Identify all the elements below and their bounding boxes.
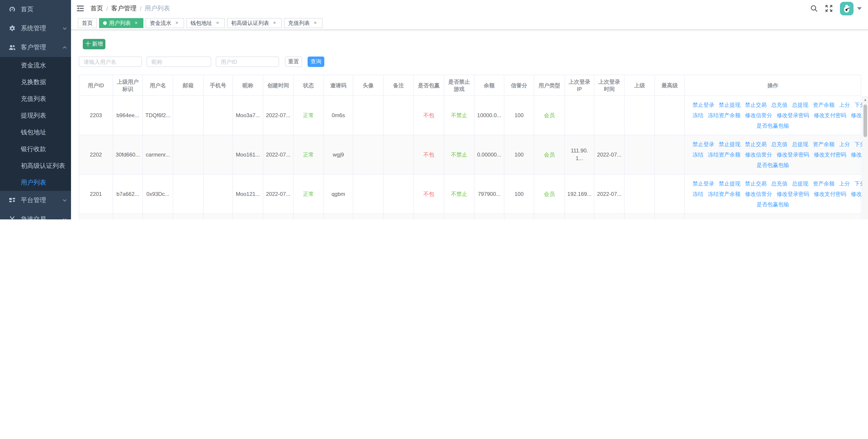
- action-link-edit-credit-score[interactable]: 修改信誉分: [745, 191, 772, 197]
- sidebar-item-platform-management[interactable]: 平台管理: [0, 191, 71, 210]
- reset-button[interactable]: 重置: [285, 57, 302, 67]
- user-avatar[interactable]: [840, 2, 854, 15]
- cell-status: 正常: [293, 135, 323, 175]
- tab-funds-flow[interactable]: 资金流水×: [146, 18, 184, 28]
- action-link-freeze[interactable]: 冻结: [692, 112, 703, 118]
- action-link-win-lose-setting[interactable]: 是否包赢包输: [756, 162, 789, 168]
- action-link-total-recharge[interactable]: 总充值: [771, 180, 787, 187]
- sidebar-item-funds-flow[interactable]: 资金流水: [0, 57, 71, 74]
- sidebar-item-kyc-list[interactable]: 初高级认证列表: [0, 157, 71, 174]
- breadcrumb-item-home[interactable]: 首页: [90, 4, 103, 12]
- action-link-freeze[interactable]: 冻结: [692, 151, 703, 158]
- sidebar-item-withdraw-list[interactable]: 提现列表: [0, 107, 71, 124]
- sidebar-item-bank-collection[interactable]: 银行收款: [0, 141, 71, 157]
- userid-input[interactable]: [216, 57, 279, 67]
- action-link-freeze-asset-balance[interactable]: 冻结资产余额: [708, 191, 740, 197]
- action-link-total-withdraw[interactable]: 总提现: [792, 101, 808, 108]
- action-link-freeze[interactable]: 冻结: [692, 191, 703, 197]
- action-link-ban-trade[interactable]: 禁止交易: [745, 101, 767, 108]
- username-input[interactable]: [79, 57, 142, 67]
- tab-home[interactable]: 首页: [78, 18, 97, 28]
- cell-parent-user-id: b7a662...: [113, 175, 143, 214]
- action-link-win-lose-setting[interactable]: 是否包赢包输: [756, 122, 789, 129]
- caret-down-icon[interactable]: [857, 7, 862, 10]
- action-link-total-recharge[interactable]: 总充值: [771, 141, 787, 147]
- cell-user-type: 会员: [534, 96, 565, 135]
- search-icon[interactable]: [810, 4, 818, 12]
- hamburger-icon[interactable]: [76, 4, 85, 13]
- user-table: 用户ID上级用户标识用户名邮箱手机号昵称创建时间状态邀请码头像备注是否包赢是否禁…: [79, 75, 861, 219]
- tab-user-list[interactable]: 用户列表×: [99, 18, 144, 28]
- action-link-total-withdraw[interactable]: 总提现: [792, 141, 808, 147]
- sidebar: 首页系统管理客户管理资金流水兑换数据充值列表提现列表钱包地址银行收款初高级认证列…: [0, 0, 71, 219]
- action-link-add-points[interactable]: 上分: [839, 141, 850, 147]
- action-link-freeze-asset-balance[interactable]: 冻结资产余额: [708, 112, 740, 118]
- tab-wallet-address[interactable]: 钱包地址×: [186, 18, 225, 28]
- action-link-add-points[interactable]: 上分: [839, 180, 850, 187]
- cell-avatar: [353, 214, 383, 219]
- cell-parent-user-id: 01a2ffe...: [113, 214, 143, 219]
- breadcrumb-separator: /: [106, 5, 108, 12]
- table-row: 220230fd660...carmenr...Moo161...2022-07…: [79, 135, 861, 175]
- cell-user-type: 会员: [534, 175, 565, 214]
- sidebar-item-user-list[interactable]: 用户列表: [0, 174, 71, 191]
- action-link-ban-trade[interactable]: 禁止交易: [745, 180, 767, 187]
- sidebar-item-express-trade[interactable]: 急速交易: [0, 210, 71, 219]
- sidebar-menu: 首页系统管理客户管理资金流水兑换数据充值列表提现列表钱包地址银行收款初高级认证列…: [0, 0, 71, 219]
- action-link-asset-balance[interactable]: 资产余额: [813, 101, 835, 108]
- action-link-ban-withdraw[interactable]: 禁止提现: [719, 180, 740, 187]
- sidebar-item-recharge-list[interactable]: 充值列表: [0, 91, 71, 107]
- action-link-win-lose-setting[interactable]: 是否包赢包输: [756, 201, 789, 208]
- tab-kyc-list[interactable]: 初高级认证列表×: [227, 18, 282, 28]
- cell-credit-score: 100: [504, 135, 534, 175]
- close-icon[interactable]: ×: [174, 20, 180, 26]
- cell-phone: [203, 96, 233, 135]
- scrollbar-thumb[interactable]: [864, 104, 867, 137]
- cell-nickname: Moo121...: [233, 175, 263, 214]
- action-link-ban-withdraw[interactable]: 禁止提现: [719, 141, 740, 147]
- action-link-edit-login-password[interactable]: 修改登录密码: [777, 151, 809, 158]
- close-icon[interactable]: ×: [312, 20, 318, 26]
- action-link-edit-login-password[interactable]: 修改登录密码: [777, 191, 809, 197]
- cell-parent-user-id: b964ee...: [113, 96, 143, 135]
- cell-nickname: Moo3a7...: [233, 96, 263, 135]
- action-link-asset-balance[interactable]: 资产余额: [813, 141, 835, 147]
- action-link-edit-credit-score[interactable]: 修改信誉分: [745, 112, 772, 118]
- sidebar-item-system-management[interactable]: 系统管理: [0, 19, 71, 38]
- sidebar-item-customer-management[interactable]: 客户管理: [0, 38, 71, 57]
- action-link-ban-login[interactable]: 禁止登录: [692, 101, 714, 108]
- close-icon[interactable]: ×: [133, 20, 139, 26]
- action-link-total-withdraw[interactable]: 总提现: [792, 180, 808, 187]
- sidebar-item-home[interactable]: 首页: [0, 0, 71, 19]
- action-link-total-recharge[interactable]: 总充值: [771, 101, 787, 108]
- nickname-input[interactable]: [147, 57, 211, 67]
- action-link-ban-login[interactable]: 禁止登录: [692, 180, 714, 187]
- add-button[interactable]: 十新增: [83, 39, 105, 49]
- action-link-edit-pay-password[interactable]: 修改支付密码: [814, 112, 846, 118]
- cell-actions: 禁止登录禁止提现禁止交易总充值总提现资产余额上分下分踢出冻结冻结资产余额修改信誉…: [685, 96, 861, 135]
- action-link-edit-credit-score[interactable]: 修改信誉分: [745, 151, 772, 158]
- sidebar-item-exchange-data[interactable]: 兑换数据: [0, 74, 71, 91]
- close-icon[interactable]: ×: [214, 20, 221, 26]
- action-link-edit-pay-password[interactable]: 修改支付密码: [814, 151, 846, 158]
- action-link-asset-balance[interactable]: 资产余额: [813, 180, 835, 187]
- scroll-up-icon[interactable]: ▲: [863, 98, 868, 102]
- action-link-ban-withdraw[interactable]: 禁止提现: [719, 101, 740, 108]
- cell-parent: [624, 96, 655, 135]
- search-button[interactable]: 查询: [308, 57, 324, 67]
- action-link-add-points[interactable]: 上分: [839, 101, 850, 108]
- fullscreen-icon[interactable]: [825, 4, 833, 12]
- action-link-freeze-asset-balance[interactable]: 冻结资产余额: [708, 151, 740, 158]
- action-link-edit-login-password[interactable]: 修改登录密码: [777, 112, 809, 118]
- cell-last-login-ip: [565, 96, 594, 135]
- sidebar-item-wallet-address[interactable]: 钱包地址: [0, 124, 71, 141]
- active-tab-dot: [103, 21, 107, 25]
- tab-recharge-list[interactable]: 充值列表×: [284, 18, 322, 28]
- chevron-down-icon: [62, 217, 67, 219]
- close-icon[interactable]: ×: [271, 20, 278, 26]
- breadcrumb-item-customer-management[interactable]: 客户管理: [111, 4, 136, 12]
- action-link-edit-pay-password[interactable]: 修改支付密码: [814, 191, 846, 197]
- action-link-ban-trade[interactable]: 禁止交易: [745, 141, 767, 147]
- action-link-ban-login[interactable]: 禁止登录: [692, 141, 714, 147]
- table-scrollbar[interactable]: ▲ ▼: [862, 96, 868, 219]
